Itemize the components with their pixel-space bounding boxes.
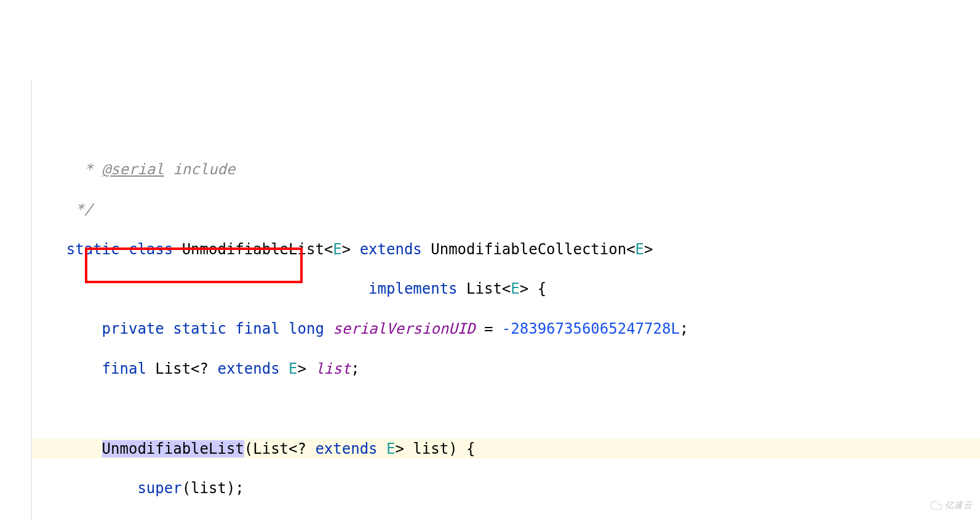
blank-line (31, 399, 980, 419)
comment-line: */ (31, 199, 980, 219)
watermark: 亿速云 (924, 488, 973, 512)
indent-guide (31, 80, 32, 519)
current-line: UnmodifiableList(List<? extends E> list)… (31, 439, 980, 459)
highlight-box-1 (85, 247, 303, 283)
code-line: private static final long serialVersionU… (31, 319, 980, 339)
code-editor[interactable]: * @serial include */ static class Unmodi… (0, 80, 980, 519)
comment-line: * @serial include (31, 159, 980, 179)
code-line: final List<? extends E> list; (31, 359, 980, 379)
cloud-icon (930, 499, 942, 512)
code-line: super(list); (31, 478, 980, 498)
